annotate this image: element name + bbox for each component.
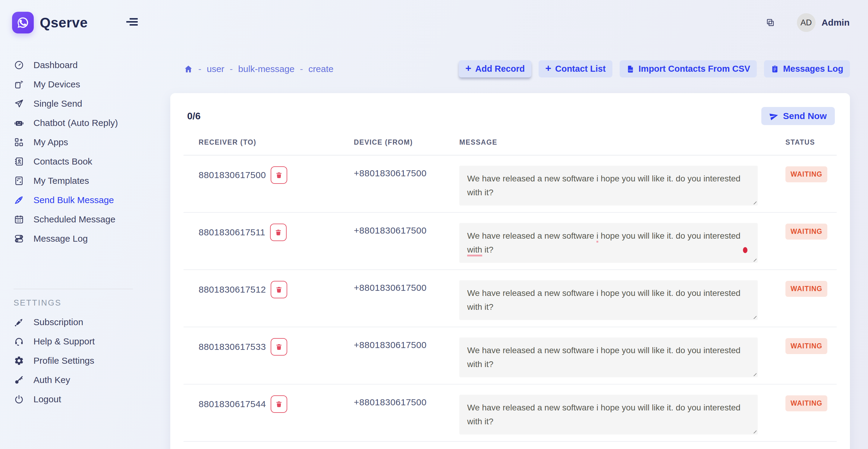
sidebar-toggle-button[interactable]	[126, 18, 138, 28]
plus-icon	[465, 64, 471, 74]
overlap-squares-icon[interactable]	[766, 18, 775, 27]
header-right: AD Admin	[766, 13, 849, 32]
breadcrumb-item-bulk-message[interactable]: bulk-message	[238, 64, 294, 74]
breadcrumb: - user - bulk-message - create	[184, 64, 334, 74]
sidebar-item-label: Send Bulk Message	[33, 195, 114, 205]
status-badge: WAITING	[785, 166, 827, 182]
delete-row-button[interactable]	[271, 338, 287, 356]
status-badge: WAITING	[785, 338, 827, 354]
gauge-icon	[13, 60, 24, 70]
messages-log-button[interactable]: Messages Log	[764, 60, 850, 77]
plus-icon	[545, 64, 551, 74]
clipboard-icon	[771, 65, 779, 73]
device-number: +8801830617500	[354, 327, 459, 384]
column-header-message: MESSAGE	[459, 138, 785, 147]
trash-icon	[275, 286, 283, 293]
template-file-icon	[13, 176, 24, 186]
table-row: 8801830617533 +8801830617500 We have rel…	[184, 327, 837, 385]
button-label: Messages Log	[783, 64, 843, 74]
brand-logo[interactable]: Qserve	[12, 12, 88, 33]
breadcrumb-separator: -	[230, 64, 233, 74]
settings-section-label: SETTINGS	[13, 298, 157, 308]
sidebar-item-send-bulk-message[interactable]: Send Bulk Message	[13, 190, 157, 210]
status-badge: WAITING	[785, 395, 827, 411]
column-header-device: DEVICE (FROM)	[354, 138, 459, 147]
resize-handle-icon[interactable]	[752, 372, 756, 376]
import-contacts-csv-button[interactable]: CSV Import Contacts From CSV	[620, 60, 757, 77]
sidebar-item-label: Chatbot (Auto Reply)	[33, 118, 118, 128]
rocket-filled-icon	[13, 317, 24, 327]
card-header: 0/6 Send Now	[184, 93, 837, 125]
trash-icon	[275, 229, 282, 236]
grammar-dot	[743, 247, 747, 253]
paper-plane-icon	[13, 99, 24, 109]
delete-row-button[interactable]	[271, 281, 287, 298]
headset-icon	[13, 336, 24, 347]
sidebar-item-message-log[interactable]: Message Log	[13, 229, 157, 248]
selected-counter: 0/6	[187, 110, 200, 122]
brand-name: Qserve	[40, 14, 88, 31]
sidebar-item-single-send[interactable]: Single Send	[13, 94, 157, 113]
paper-plane-filled-icon	[770, 111, 778, 121]
resize-handle-icon[interactable]	[752, 200, 756, 204]
resize-handle-icon[interactable]	[752, 257, 756, 262]
table-row: 8801830617511 +8801830617500 We have rel…	[184, 213, 837, 270]
contact-list-button[interactable]: Contact List	[538, 60, 612, 77]
sidebar-item-dashboard[interactable]: Dashboard	[13, 56, 157, 75]
whatsapp-icon	[12, 12, 34, 33]
sidebar-item-label: My Apps	[33, 137, 68, 147]
send-now-button[interactable]: Send Now	[761, 107, 835, 125]
breadcrumb-item-user[interactable]: user	[207, 64, 224, 74]
message-textarea[interactable]: We have released a new software i hope y…	[459, 223, 758, 263]
sidebar-item-label: Single Send	[33, 99, 82, 109]
trash-icon	[275, 400, 283, 408]
button-label: Send Now	[783, 111, 827, 121]
table-row: 8801830617500 +8801830617500 We have rel…	[184, 156, 837, 213]
sidebar-item-profile-settings[interactable]: Profile Settings	[13, 351, 157, 371]
avatar[interactable]: AD	[797, 13, 815, 32]
resize-handle-icon[interactable]	[752, 429, 756, 433]
main-content: - user - bulk-message - create Add Recor…	[170, 45, 868, 449]
message-textarea[interactable]: We have released a new software i hope y…	[459, 395, 758, 435]
table-row: 8801830617512 +8801830617500 We have rel…	[184, 270, 837, 327]
resize-handle-icon[interactable]	[752, 314, 756, 319]
sidebar-item-label: Contacts Book	[33, 156, 92, 167]
sidebar-item-subscription[interactable]: Subscription	[13, 313, 157, 332]
apps-grid-plus-icon	[13, 137, 24, 147]
svg-text:CSV: CSV	[628, 69, 632, 71]
sidebar-item-label: Dashboard	[33, 60, 78, 70]
device-signal-icon	[13, 79, 24, 90]
sidebar-item-contacts-book[interactable]: Contacts Book	[13, 152, 157, 171]
trash-icon	[275, 343, 283, 351]
home-icon[interactable]	[184, 64, 193, 73]
sidebar-item-scheduled-message[interactable]: Scheduled Message	[13, 210, 157, 229]
delete-row-button[interactable]	[271, 166, 287, 184]
sidebar-item-my-devices[interactable]: My Devices	[13, 75, 157, 94]
calendar-icon	[13, 214, 24, 224]
sidebar-item-logout[interactable]: Logout	[13, 390, 157, 409]
sidebar-item-auth-key[interactable]: Auth Key	[13, 371, 157, 390]
status-badge: WAITING	[785, 281, 827, 297]
column-header-receiver: RECEIVER (TO)	[184, 138, 354, 147]
message-textarea[interactable]: We have released a new software i hope y…	[459, 166, 758, 205]
sidebar-item-my-apps[interactable]: My Apps	[13, 133, 157, 152]
receiver-number: 8801830617512	[198, 285, 266, 295]
sidebar-item-chatbot[interactable]: Chatbot (Auto Reply)	[13, 113, 157, 133]
app-header: Qserve AD Admin	[0, 0, 868, 45]
sidebar-item-help-support[interactable]: Help & Support	[13, 332, 157, 351]
delete-row-button[interactable]	[270, 224, 287, 241]
breadcrumb-item-create[interactable]: create	[308, 64, 333, 74]
sidebar-item-label: Logout	[33, 394, 61, 405]
add-record-button[interactable]: Add Record	[459, 60, 531, 77]
message-text: We have released a new software i hope y…	[467, 288, 741, 312]
sidebar-item-label: Help & Support	[33, 336, 95, 347]
message-textarea[interactable]: We have released a new software i hope y…	[459, 280, 758, 320]
table-header-row: RECEIVER (TO) DEVICE (FROM) MESSAGE STAT…	[184, 138, 837, 156]
receiver-number: 8801830617511	[198, 227, 265, 237]
message-text: We have released a new software i hope y…	[467, 174, 741, 197]
sidebar-item-my-templates[interactable]: My Templates	[13, 171, 157, 190]
settings-nav: Subscription Help & Support Profile Sett…	[13, 313, 157, 409]
message-textarea[interactable]: We have released a new software i hope y…	[459, 338, 758, 377]
power-icon	[13, 394, 24, 405]
delete-row-button[interactable]	[271, 395, 287, 413]
